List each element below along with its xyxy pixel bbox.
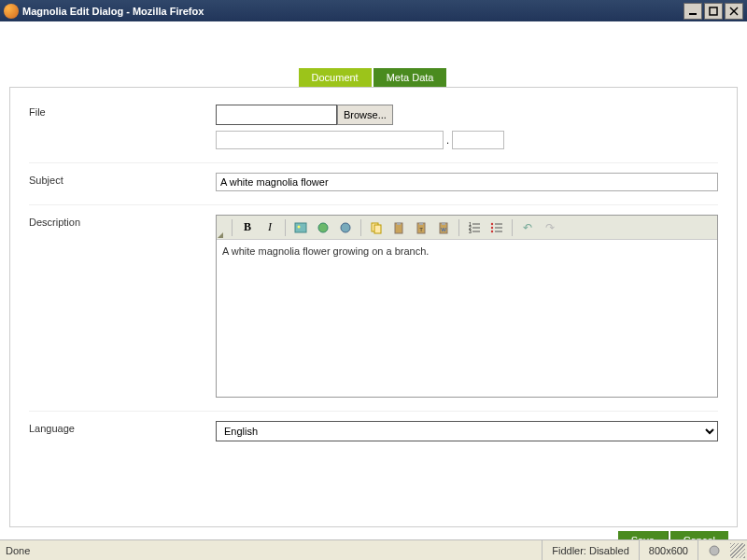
status-fiddler: Fiddler: Disabled	[542, 540, 639, 555]
subject-label: Subject	[29, 173, 216, 191]
language-label: Language	[29, 421, 216, 441]
svg-point-5	[298, 225, 301, 228]
file-extension-input[interactable]	[452, 131, 504, 149]
file-path-input[interactable]	[216, 105, 337, 125]
file-extension-separator: .	[444, 134, 452, 146]
svg-point-26	[491, 226, 493, 228]
paste-word-button[interactable]: W	[434, 218, 453, 237]
status-bar: Done Fiddler: Disabled 747x560	[0, 539, 747, 555]
redo-button[interactable]: ↷	[541, 218, 559, 237]
svg-point-24	[491, 222, 493, 224]
status-extension-icon[interactable]	[698, 540, 730, 555]
maximize-button[interactable]	[704, 3, 723, 20]
tab-metadata[interactable]: Meta Data	[374, 68, 447, 87]
svg-point-6	[318, 223, 328, 232]
numbered-list-button[interactable]: 123	[465, 218, 484, 237]
file-name-input[interactable]	[216, 131, 444, 149]
svg-point-28	[491, 230, 493, 231]
status-done: Done	[0, 545, 542, 556]
insert-image-button[interactable]	[291, 218, 310, 237]
svg-text:T: T	[419, 227, 423, 232]
svg-text:W: W	[441, 227, 446, 232]
file-label: File	[29, 105, 216, 149]
window-titlebar: Magnolia Edit Dialog - Mozilla Firefox	[0, 0, 747, 21]
paste-button[interactable]	[389, 218, 408, 237]
richtext-toolbar: B I T W 123	[217, 216, 717, 240]
toolbar-grip-icon	[218, 232, 223, 238]
minimize-button[interactable]	[684, 3, 702, 20]
firefox-icon	[4, 4, 19, 19]
svg-rect-1	[710, 7, 717, 15]
svg-rect-4	[295, 223, 306, 232]
svg-point-30	[710, 546, 719, 555]
description-label: Description	[29, 215, 216, 398]
svg-text:3: 3	[469, 229, 472, 234]
copy-button[interactable]	[367, 218, 386, 237]
globe-icon[interactable]	[314, 218, 332, 237]
resize-grip-icon	[730, 543, 745, 556]
browse-button[interactable]: Browse...	[337, 105, 393, 125]
form-panel: File Browse... . Subject Descrip	[9, 87, 738, 527]
tab-bar: Document Meta Data	[9, 68, 738, 87]
tab-document[interactable]: Document	[299, 68, 372, 87]
svg-rect-9	[374, 225, 381, 233]
svg-rect-16	[442, 222, 445, 225]
language-select[interactable]: English	[216, 421, 718, 441]
bold-button[interactable]: B	[238, 218, 257, 237]
subject-input[interactable]	[216, 173, 718, 191]
description-editor[interactable]: A white magnolia flower growing on a bra…	[217, 240, 717, 397]
close-button[interactable]	[725, 3, 743, 20]
status-dimensions: 747x560	[639, 540, 698, 555]
svg-point-7	[341, 223, 350, 232]
window-title: Magnolia Edit Dialog - Mozilla Firefox	[22, 6, 684, 17]
link-button[interactable]	[336, 218, 355, 237]
italic-button[interactable]: I	[261, 218, 279, 237]
svg-rect-13	[419, 222, 423, 225]
paste-text-button[interactable]: T	[412, 218, 430, 237]
svg-rect-11	[397, 222, 401, 225]
bullet-list-button[interactable]	[487, 218, 506, 237]
undo-button[interactable]: ↶	[518, 218, 537, 237]
